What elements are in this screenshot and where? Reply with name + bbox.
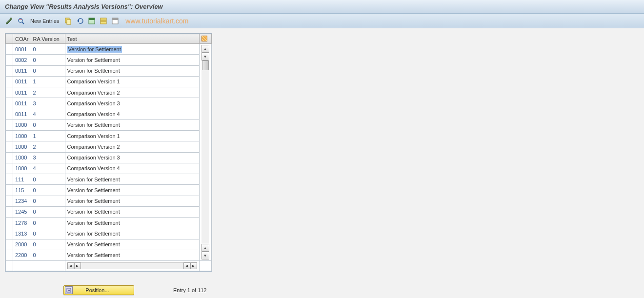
- table-row[interactable]: 00114Comparison Version 4: [6, 109, 212, 119]
- row-selector-cell[interactable]: [6, 250, 13, 260]
- select-block-icon[interactable]: [99, 17, 108, 25]
- column-header-ra-version[interactable]: RA Version: [31, 34, 65, 44]
- cell-ra-version[interactable]: 4: [31, 109, 65, 119]
- row-selector-header[interactable]: [6, 34, 13, 44]
- row-selector-cell[interactable]: [6, 218, 13, 228]
- cell-ra-version[interactable]: 0: [31, 55, 65, 65]
- table-row[interactable]: 12780Version for Settlement: [6, 218, 212, 228]
- table-row[interactable]: 12340Version for Settlement: [6, 196, 212, 206]
- row-selector-cell[interactable]: [6, 196, 13, 206]
- cell-coar[interactable]: 1000: [13, 152, 31, 163]
- row-selector-cell[interactable]: [6, 119, 13, 130]
- cell-coar[interactable]: 0011: [13, 65, 31, 76]
- new-entries-button[interactable]: New Entries: [28, 17, 61, 25]
- cell-text[interactable]: Comparison Version 4: [65, 163, 199, 174]
- cell-ra-version[interactable]: 0: [31, 65, 65, 76]
- cell-ra-version[interactable]: 1: [31, 76, 65, 87]
- row-selector-cell[interactable]: [6, 185, 13, 196]
- toggle-display-change-icon[interactable]: [5, 17, 14, 25]
- cell-text[interactable]: Comparison Version 2: [65, 141, 199, 152]
- row-selector-cell[interactable]: [6, 109, 13, 119]
- table-row[interactable]: 10002Comparison Version 2: [6, 141, 212, 152]
- hscroll-track[interactable]: [81, 262, 183, 269]
- column-header-coar[interactable]: COAr: [13, 34, 31, 44]
- cell-text[interactable]: Version for Settlement: [65, 55, 199, 65]
- table-row[interactable]: 1110Version for Settlement: [6, 174, 212, 185]
- cell-coar[interactable]: 1313: [13, 228, 31, 239]
- cell-text[interactable]: Version for Settlement: [65, 174, 199, 185]
- row-selector-cell[interactable]: [6, 174, 13, 185]
- cell-coar[interactable]: 1245: [13, 206, 31, 217]
- cell-coar[interactable]: 1000: [13, 141, 31, 152]
- scroll-down-button-top[interactable]: ▼: [201, 53, 209, 60]
- cell-coar[interactable]: 1234: [13, 196, 31, 206]
- copy-as-icon[interactable]: [64, 17, 73, 25]
- table-row[interactable]: 10003Comparison Version 3: [6, 152, 212, 163]
- cell-coar[interactable]: 0002: [13, 55, 31, 65]
- table-row[interactable]: 10001Comparison Version 1: [6, 131, 212, 141]
- row-selector-cell[interactable]: [6, 76, 13, 87]
- cell-coar[interactable]: 1000: [13, 119, 31, 130]
- cell-ra-version[interactable]: 3: [31, 152, 65, 163]
- cell-text[interactable]: Comparison Version 3: [65, 152, 199, 163]
- table-row[interactable]: 12450Version for Settlement: [6, 206, 212, 217]
- table-row[interactable]: 10000Version for Settlement: [6, 119, 212, 130]
- cell-ra-version[interactable]: 2: [31, 87, 65, 98]
- cell-ra-version[interactable]: 0: [31, 44, 65, 55]
- scroll-up-button[interactable]: ▲: [201, 45, 209, 53]
- cell-ra-version[interactable]: 0: [31, 218, 65, 228]
- cell-coar[interactable]: 1000: [13, 131, 31, 141]
- cell-text[interactable]: Comparison Version 3: [65, 98, 199, 109]
- table-row[interactable]: 20000Version for Settlement: [6, 239, 212, 250]
- cell-text[interactable]: Comparison Version 2: [65, 87, 199, 98]
- select-all-icon[interactable]: [87, 17, 96, 25]
- cell-ra-version[interactable]: 0: [31, 119, 65, 130]
- cell-text[interactable]: Version for Settlement: [65, 250, 199, 260]
- row-selector-cell[interactable]: [6, 131, 13, 141]
- row-selector-cell[interactable]: [6, 87, 13, 98]
- cell-text[interactable]: Comparison Version 1: [65, 76, 199, 87]
- row-selector-cell[interactable]: [6, 44, 13, 55]
- row-selector-cell[interactable]: [6, 163, 13, 174]
- row-selector-cell[interactable]: [6, 228, 13, 239]
- cell-coar[interactable]: 0011: [13, 109, 31, 119]
- row-selector-cell[interactable]: [6, 239, 13, 250]
- cell-coar[interactable]: 0001: [13, 44, 31, 55]
- scroll-up-button-bottom[interactable]: ▲: [201, 244, 209, 252]
- cell-text[interactable]: Version for Settlement: [65, 119, 199, 130]
- cell-ra-version[interactable]: 3: [31, 98, 65, 109]
- column-header-text[interactable]: Text: [65, 34, 199, 44]
- cell-text[interactable]: Version for Settlement: [65, 206, 199, 217]
- cell-ra-version[interactable]: 0: [31, 239, 65, 250]
- row-selector-cell[interactable]: [6, 98, 13, 109]
- row-selector-cell[interactable]: [6, 152, 13, 163]
- cell-ra-version[interactable]: 4: [31, 163, 65, 174]
- detail-icon[interactable]: [17, 17, 25, 25]
- table-row[interactable]: 00111Comparison Version 1: [6, 76, 212, 87]
- cell-ra-version[interactable]: 1: [31, 131, 65, 141]
- row-selector-cell[interactable]: [6, 206, 13, 217]
- cell-text[interactable]: Version for Settlement: [65, 65, 199, 76]
- hscroll-left2-button[interactable]: ◄: [183, 262, 190, 269]
- cell-text[interactable]: Version for Settlement: [65, 44, 199, 55]
- cell-coar[interactable]: 115: [13, 185, 31, 196]
- cell-text[interactable]: Version for Settlement: [65, 218, 199, 228]
- table-row[interactable]: 00010Version for Settlement▲▼▲▼: [6, 44, 212, 55]
- hscroll-left-button[interactable]: ◄: [67, 262, 74, 269]
- row-selector-cell[interactable]: [6, 141, 13, 152]
- table-row[interactable]: 00110Version for Settlement: [6, 65, 212, 76]
- cell-text[interactable]: Version for Settlement: [65, 185, 199, 196]
- table-row[interactable]: 13130Version for Settlement: [6, 228, 212, 239]
- cell-text[interactable]: Comparison Version 1: [65, 131, 199, 141]
- table-row[interactable]: 1150Version for Settlement: [6, 185, 212, 196]
- scroll-track[interactable]: [201, 70, 209, 244]
- row-selector-cell[interactable]: [6, 55, 13, 65]
- cell-coar[interactable]: 111: [13, 174, 31, 185]
- cell-coar[interactable]: 1278: [13, 218, 31, 228]
- cell-ra-version[interactable]: 0: [31, 185, 65, 196]
- cell-ra-version[interactable]: 0: [31, 174, 65, 185]
- deselect-all-icon[interactable]: [111, 17, 120, 25]
- cell-ra-version[interactable]: 0: [31, 196, 65, 206]
- cell-coar[interactable]: 0011: [13, 76, 31, 87]
- table-row[interactable]: 22000Version for Settlement: [6, 250, 212, 260]
